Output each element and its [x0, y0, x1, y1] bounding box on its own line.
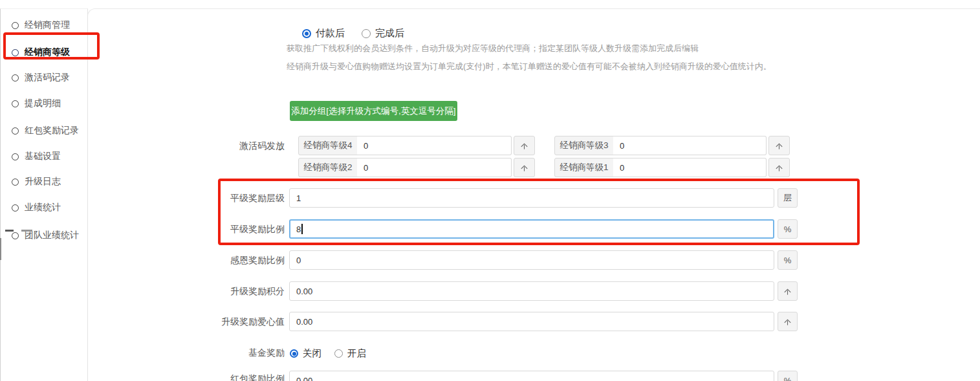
arrow-up-icon	[783, 317, 792, 327]
dealer-level-4-input[interactable]	[357, 136, 512, 155]
circle-icon	[12, 22, 19, 29]
peer-reward-levels-unit: 层	[778, 188, 798, 208]
peer-reward-ratio-unit: %	[778, 219, 798, 239]
circle-icon	[12, 74, 19, 82]
circle-icon	[12, 153, 19, 160]
circle-icon	[12, 100, 19, 107]
dealer-level-2-input[interactable]	[357, 158, 512, 177]
activation-code-row-label: 激活码发放	[91, 139, 285, 152]
red-packet-reward-ratio-label: 红包奖励比例	[91, 372, 285, 381]
sidebar-item-label: 经销商管理	[25, 19, 70, 31]
dealer-level-4-field-label: 经销商等级4	[298, 136, 358, 155]
add-group-button[interactable]: 添加分组[选择升级方式编号,英文逗号分隔]	[290, 101, 457, 121]
sidebar-item-label: 升级日志	[25, 176, 61, 188]
peer-reward-ratio-input[interactable]: 8	[289, 219, 774, 239]
arrow-up-icon	[519, 141, 529, 151]
arrow-up-icon	[783, 287, 792, 296]
upgrade-reward-love-value-stepper[interactable]	[778, 312, 798, 331]
dealer-level-2-field-label: 经销商等级2	[298, 158, 358, 177]
screen-artifact	[21, 230, 32, 232]
sidebar-item-red-packet-reward-records[interactable]: 红包奖励记录	[12, 124, 79, 138]
peer-reward-ratio-value: 8	[296, 224, 301, 234]
peer-reward-levels-input[interactable]	[289, 188, 774, 208]
gratitude-reward-ratio-input[interactable]	[289, 250, 774, 270]
arrow-up-icon	[774, 141, 784, 151]
peer-reward-ratio-label: 平级奖励比例	[91, 223, 285, 235]
sidebar-menu: 经销商管理 经销商等级 激活码记录 提成明细 红包奖励记录 基础设置 升级日志	[0, 8, 88, 381]
dealer-level-settings-page: 付款后 完成后 获取推广下线权利的会员达到条件，自动升级为对应等级的代理商；指定…	[0, 0, 980, 381]
upgrade-reward-love-value-input[interactable]	[289, 312, 774, 331]
sidebar-item-label: 激活码记录	[25, 72, 70, 83]
scrollbar-fragment	[0, 238, 1, 260]
upgrade-reward-points-input[interactable]	[289, 281, 774, 301]
dealer-level-1-field-label: 经销商等级1	[554, 158, 614, 177]
help-text-line-2: 经销商升级与爱心值购物赠送均设置为订单完成(支付)时，本笔订单赠送的爱心值有可能…	[287, 61, 772, 72]
radio-selected-icon	[290, 349, 298, 358]
upgrade-reward-points-label: 升级奖励积分	[91, 285, 285, 298]
sidebar-item-upgrade-log[interactable]: 升级日志	[12, 175, 61, 189]
sidebar-item-label: 基础设置	[25, 151, 61, 162]
help-text-line-1: 获取推广下线权利的会员达到条件，自动升级为对应等级的代理商；指定某团队等级人数升…	[287, 43, 699, 54]
sidebar-item-dealer-management[interactable]: 经销商管理	[12, 18, 70, 32]
sidebar-item-label: 红包奖励记录	[25, 125, 79, 136]
radio-fund-on[interactable]: 开启	[334, 347, 366, 360]
radio-after-completion-label: 完成后	[375, 27, 404, 39]
dealer-level-4-stepper[interactable]	[514, 136, 535, 155]
sidebar-item-label: 团队业绩统计	[25, 230, 79, 241]
circle-icon	[12, 49, 19, 56]
circle-icon	[12, 232, 19, 239]
sidebar-item-performance-stats[interactable]: 业绩统计	[12, 201, 61, 215]
screen-artifact	[5, 230, 14, 232]
text-caret	[301, 224, 303, 234]
sidebar-item-label: 经销商等级	[25, 47, 70, 58]
radio-unselected-icon	[362, 29, 371, 38]
fund-reward-label: 基金奖励	[91, 346, 285, 359]
radio-fund-on-label: 开启	[347, 347, 366, 360]
dealer-level-1-input[interactable]	[613, 158, 767, 177]
dealer-level-1-stepper[interactable]	[768, 158, 790, 177]
sidebar-item-dealer-level[interactable]: 经销商等级	[12, 45, 70, 60]
gratitude-reward-ratio-unit: %	[778, 250, 798, 270]
red-packet-reward-ratio-input[interactable]	[289, 371, 774, 381]
radio-selected-icon	[302, 29, 311, 38]
sidebar-item-activation-code-records[interactable]: 激活码记录	[12, 71, 70, 85]
upgrade-reward-points-stepper[interactable]	[778, 281, 798, 301]
radio-unselected-icon	[334, 349, 343, 358]
sidebar-item-label: 业绩统计	[25, 202, 61, 213]
dealer-level-3-stepper[interactable]	[768, 136, 790, 155]
circle-icon	[12, 127, 19, 135]
arrow-up-icon	[774, 163, 784, 173]
fund-reward-radio-group: 关闭 开启	[290, 347, 366, 360]
peer-reward-levels-label: 平级奖励层级	[91, 191, 285, 204]
dealer-level-2-stepper[interactable]	[514, 158, 535, 177]
upgrade-timing-radio-group: 付款后 完成后	[302, 27, 404, 39]
upgrade-reward-love-value-label: 升级奖励爱心值	[91, 315, 285, 328]
circle-icon	[12, 204, 19, 212]
arrow-up-icon	[519, 163, 529, 173]
sidebar-item-commission-details[interactable]: 提成明细	[12, 96, 61, 111]
radio-after-payment-label: 付款后	[316, 27, 345, 39]
red-packet-reward-ratio-unit: %	[778, 371, 798, 381]
radio-after-payment[interactable]: 付款后	[302, 27, 345, 39]
radio-fund-off[interactable]: 关闭	[290, 347, 321, 360]
dealer-level-3-input[interactable]	[613, 136, 767, 155]
dealer-level-3-field-label: 经销商等级3	[554, 136, 614, 155]
radio-fund-off-label: 关闭	[303, 347, 321, 360]
circle-icon	[12, 179, 19, 186]
sidebar-item-basic-settings[interactable]: 基础设置	[12, 149, 61, 164]
radio-after-completion[interactable]: 完成后	[362, 27, 404, 39]
gratitude-reward-ratio-label: 感恩奖励比例	[91, 254, 285, 267]
sidebar-item-label: 提成明细	[25, 98, 61, 109]
